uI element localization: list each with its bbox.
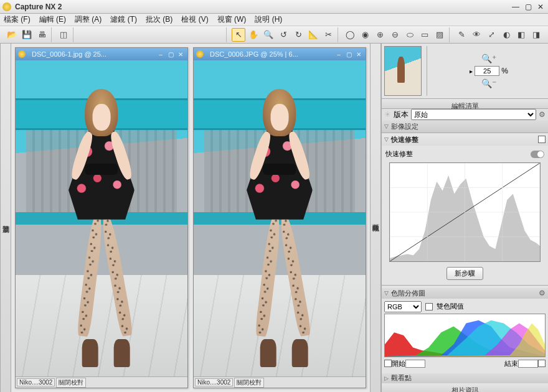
zoom-in-button[interactable]: 🔍⁺ [481,54,496,63]
version-label: 版本 [394,110,409,120]
image-window-2-titlebar[interactable]: DSC_0006.JPG @ 25% | 6... – ▢ ✕ [194,48,366,60]
document-icon [18,50,26,58]
navigator-thumbnail[interactable] [384,46,422,96]
image-2-canvas[interactable] [194,60,366,376]
birdview-tab[interactable]: 鳥瞰鏡頭 [370,44,381,392]
zoom-unit: % [501,67,508,75]
workspace: 瀏覽器 資料夾 中繼資料 DSC_0006-1.jpg @ 25... – ▢ … [0,44,548,392]
start-label: 開始 [392,359,405,368]
pointer-tool[interactable]: ↖ [232,28,245,42]
image-2-camera: Niko....3002 [195,378,233,386]
histogram-gear-icon[interactable]: ⚙ [539,289,546,297]
zoom-out-button[interactable]: 🔍⁻ [481,78,496,88]
image-1-statusbar: Niko....3002 關閉校對 [16,376,187,388]
version-gear-icon[interactable]: ⚙ [539,110,546,119]
zoom-slider-handle[interactable]: ▸ [470,68,473,75]
curves-histogram[interactable] [389,162,541,262]
image-1-photo [16,60,187,376]
quickfix-header[interactable]: ▽ 快速修整 [382,133,548,146]
image-window-1: DSC_0006-1.jpg @ 25... – ▢ ✕ [15,47,188,388]
image-window-2: DSC_0006.JPG @ 25% | 6... – ▢ ✕ [193,47,366,388]
color-picker[interactable]: ⤢ [484,28,498,42]
auto-retouch-brush[interactable]: ✎ [455,28,468,42]
menubar: 檔案 (F) 編輯 (E) 調整 (A) 濾鏡 (T) 批次 (B) 檢視 (V… [0,14,548,26]
dual-threshold-checkbox[interactable] [425,303,433,310]
viewpoint-header[interactable]: ▷ 觀看點 [382,373,548,383]
zoom-value[interactable]: 25 [475,66,499,76]
print-button[interactable]: 🖶 [35,28,49,42]
version-row: ☀ 版本 原始 ⚙ [382,109,548,120]
navigator: 🔍⁺ ▸ 25 % 🔍⁻ [382,44,548,99]
channel-select[interactable]: RGB [384,301,422,312]
menu-view[interactable]: 檢視 (V) [181,14,208,25]
start-input[interactable] [405,360,425,368]
collapse-icon: ▽ [384,123,389,129]
minimize-button[interactable]: — [511,2,521,12]
lasso-tool[interactable]: ◯ [343,28,357,42]
black-point-picker[interactable]: ◧ [514,28,528,42]
save-button[interactable]: 💾 [20,28,34,42]
hand-tool[interactable]: ✋ [247,28,260,42]
selection-brush[interactable]: ⬭ [403,28,417,42]
photoinfo-tab[interactable]: 相片資訊 [382,383,548,392]
quickfix-checkbox[interactable] [538,136,546,143]
gradient-tool[interactable]: ▭ [418,28,432,42]
document-icon [196,50,204,58]
rgb-histogram[interactable] [384,314,546,357]
menu-adjust[interactable]: 調整 (A) [75,14,102,25]
canvas-area: DSC_0006-1.jpg @ 25... – ▢ ✕ [11,44,370,392]
rotate-cw-button[interactable]: ↻ [291,28,305,42]
new-step-button[interactable]: 新步驟 [446,267,483,280]
straighten-tool[interactable]: 📐 [306,28,320,42]
minus-control-point[interactable]: ⊖ [388,28,402,42]
image-2-title: DSC_0006.JPG @ 25% | 6... [210,50,332,58]
menu-file[interactable]: 檔案 (F) [4,14,31,25]
quickfix-toggle[interactable] [531,151,544,158]
menu-batch[interactable]: 批次 (B) [146,14,172,25]
image-2-maximize[interactable]: ▢ [344,50,353,58]
image-2-statusbar: Niko....3002 關閉校對 [194,376,366,388]
image-settings-header[interactable]: ▽ 影像設定 [382,120,548,133]
image-1-title: DSC_0006-1.jpg @ 25... [32,50,154,58]
fill-tool[interactable]: ▨ [433,28,446,42]
image-1-minimize[interactable]: – [156,50,165,58]
image-2-close[interactable]: ✕ [354,50,363,58]
version-select[interactable]: 原始 [411,109,536,120]
image-1-profile[interactable]: 關閉校對 [56,378,86,388]
white-point-picker[interactable]: ◨ [529,28,543,42]
image-2-minimize[interactable]: – [334,50,343,58]
image-1-close[interactable]: ✕ [176,50,185,58]
dual-threshold-label: 雙色閾值 [437,302,464,311]
menu-help[interactable]: 說明 (H) [255,14,282,25]
maximize-button[interactable]: ▢ [523,2,533,12]
menu-edit[interactable]: 編輯 (E) [39,14,66,25]
layout-button[interactable]: ◫ [57,28,70,42]
neutral-picker[interactable]: ◐ [499,28,513,42]
collapse-icon: ▷ [384,375,389,381]
image-1-maximize[interactable]: ▢ [166,50,175,58]
histogram-panel-header[interactable]: ▽ 色階分佈圖 ⚙ [382,288,548,298]
app-title: Capture NX 2 [15,2,511,11]
control-point-tool[interactable]: ◉ [358,28,372,42]
end-input[interactable] [518,360,538,368]
menu-window[interactable]: 視窗 (W) [217,14,247,25]
zoom-tool[interactable]: 🔍 [262,28,275,42]
open-button[interactable]: 📂 [5,28,19,42]
start-checkbox[interactable] [384,360,392,367]
rotate-ccw-button[interactable]: ↺ [276,28,290,42]
editlist-tab[interactable]: 編輯清單 [382,99,548,109]
crop-tool[interactable]: ✂ [321,28,335,42]
image-window-1-titlebar[interactable]: DSC_0006-1.jpg @ 25... – ▢ ✕ [16,48,187,60]
redeye-tool[interactable]: 👁 [470,28,483,42]
left-sidebar: 瀏覽器 資料夾 中繼資料 [0,44,11,392]
image-1-canvas[interactable] [16,60,187,376]
histogram-title: 色階分佈圖 [391,289,425,298]
image-2-profile[interactable]: 關閉校對 [234,378,264,388]
end-label: 結束 [504,359,518,368]
expand-icon: ▽ [384,290,389,296]
browser-tab[interactable]: 瀏覽器 [1,49,11,392]
close-button[interactable]: ✕ [536,2,546,12]
menu-filter[interactable]: 濾鏡 (T) [110,14,137,25]
plus-control-point[interactable]: ⊕ [373,28,387,42]
end-checkbox[interactable] [538,360,546,367]
